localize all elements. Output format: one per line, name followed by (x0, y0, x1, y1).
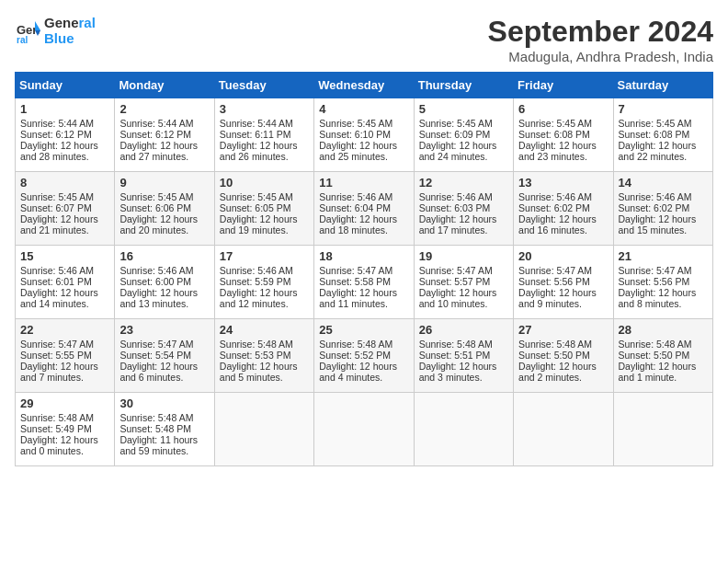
day-number: 21 (619, 249, 708, 263)
logo-text2: Blue (44, 30, 96, 46)
sunset-label: Sunset: 6:07 PM (20, 202, 92, 213)
day-number: 25 (319, 323, 408, 337)
daylight-label: Daylight: 12 hours and 7 minutes. (20, 361, 98, 383)
sunset-label: Sunset: 6:08 PM (619, 129, 690, 140)
sunrise-label: Sunrise: 5:46 AM (419, 191, 493, 202)
calendar-cell: 29 Sunrise: 5:48 AM Sunset: 5:49 PM Dayl… (16, 393, 115, 466)
sunset-label: Sunset: 5:57 PM (419, 276, 491, 287)
sunrise-label: Sunrise: 5:47 AM (619, 265, 692, 276)
calendar-cell (214, 393, 313, 466)
sunrise-label: Sunrise: 5:44 AM (119, 118, 193, 129)
sunrise-label: Sunrise: 5:45 AM (619, 118, 692, 129)
daylight-label: Daylight: 12 hours and 13 minutes. (119, 287, 198, 309)
daylight-label: Daylight: 12 hours and 6 minutes. (119, 361, 198, 383)
calendar-cell: 9 Sunrise: 5:45 AM Sunset: 6:06 PM Dayli… (115, 172, 214, 246)
calendar-cell: 19 Sunrise: 5:47 AM Sunset: 5:57 PM Dayl… (414, 246, 513, 319)
sunrise-label: Sunrise: 5:45 AM (119, 191, 193, 202)
sunrise-label: Sunrise: 5:46 AM (319, 191, 392, 202)
sunrise-label: Sunrise: 5:45 AM (220, 191, 293, 202)
calendar-week-row: 8 Sunrise: 5:45 AM Sunset: 6:07 PM Dayli… (16, 172, 713, 246)
day-number: 30 (119, 396, 209, 410)
daylight-label: Daylight: 12 hours and 25 minutes. (319, 140, 397, 162)
daylight-label: Daylight: 12 hours and 21 minutes. (20, 213, 98, 236)
day-number: 6 (518, 102, 608, 116)
sunset-label: Sunset: 6:09 PM (419, 129, 491, 140)
daylight-label: Daylight: 12 hours and 27 minutes. (119, 140, 198, 162)
day-number: 3 (220, 102, 309, 116)
sunrise-label: Sunrise: 5:48 AM (518, 339, 592, 350)
calendar-cell: 17 Sunrise: 5:46 AM Sunset: 5:59 PM Dayl… (214, 246, 313, 319)
logo-icon: Gene ral (15, 17, 40, 43)
day-number: 5 (419, 102, 508, 116)
day-number: 9 (119, 176, 209, 190)
sunset-label: Sunset: 6:04 PM (319, 202, 391, 213)
sunset-label: Sunset: 5:51 PM (419, 350, 491, 361)
day-number: 24 (220, 323, 309, 337)
calendar-cell: 4 Sunrise: 5:45 AM Sunset: 6:10 PM Dayli… (314, 98, 414, 172)
header-friday: Friday (514, 73, 613, 98)
sunrise-label: Sunrise: 5:44 AM (20, 118, 94, 129)
header-sunday: Sunday (16, 73, 115, 98)
calendar-cell: 15 Sunrise: 5:46 AM Sunset: 6:01 PM Dayl… (16, 246, 115, 319)
sunrise-label: Sunrise: 5:45 AM (20, 191, 94, 202)
calendar-cell: 6 Sunrise: 5:45 AM Sunset: 6:08 PM Dayli… (514, 98, 613, 172)
sunset-label: Sunset: 6:00 PM (119, 276, 191, 287)
calendar-cell: 21 Sunrise: 5:47 AM Sunset: 5:56 PM Dayl… (613, 246, 712, 319)
sunset-label: Sunset: 6:02 PM (518, 202, 590, 213)
day-number: 22 (20, 323, 109, 337)
daylight-label: Daylight: 12 hours and 24 minutes. (419, 140, 497, 162)
sunset-label: Sunset: 5:56 PM (518, 276, 590, 287)
daylight-label: Daylight: 12 hours and 14 minutes. (20, 287, 98, 309)
sunset-label: Sunset: 6:10 PM (319, 129, 391, 140)
header-wednesday: Wednesday (314, 73, 414, 98)
sunrise-label: Sunrise: 5:46 AM (20, 265, 94, 276)
sunset-label: Sunset: 5:54 PM (119, 350, 191, 361)
calendar-cell: 2 Sunrise: 5:44 AM Sunset: 6:12 PM Dayli… (115, 98, 214, 172)
daylight-label: Daylight: 12 hours and 12 minutes. (220, 287, 298, 309)
calendar-week-row: 22 Sunrise: 5:47 AM Sunset: 5:55 PM Dayl… (16, 319, 713, 393)
day-number: 15 (20, 249, 109, 263)
day-number: 2 (119, 102, 209, 116)
day-number: 28 (619, 323, 708, 337)
daylight-label: Daylight: 12 hours and 15 minutes. (619, 213, 697, 236)
calendar-cell: 22 Sunrise: 5:47 AM Sunset: 5:55 PM Dayl… (16, 319, 115, 393)
month-title: September 2024 (488, 15, 713, 49)
day-number: 10 (220, 176, 309, 190)
day-number: 16 (119, 249, 209, 263)
svg-text:ral: ral (17, 35, 28, 43)
day-number: 12 (419, 176, 508, 190)
calendar-cell: 18 Sunrise: 5:47 AM Sunset: 5:58 PM Dayl… (314, 246, 414, 319)
sunrise-label: Sunrise: 5:46 AM (119, 265, 193, 276)
sunrise-label: Sunrise: 5:47 AM (20, 339, 94, 350)
day-number: 29 (20, 396, 109, 410)
day-number: 20 (518, 249, 608, 263)
daylight-label: Daylight: 11 hours and 59 minutes. (119, 434, 198, 456)
sunrise-label: Sunrise: 5:46 AM (220, 265, 293, 276)
day-number: 17 (220, 249, 309, 263)
calendar-cell (314, 393, 414, 466)
day-number: 1 (20, 102, 109, 116)
calendar-cell: 24 Sunrise: 5:48 AM Sunset: 5:53 PM Dayl… (214, 319, 313, 393)
calendar-cell (414, 393, 513, 466)
day-number: 4 (319, 102, 408, 116)
daylight-label: Daylight: 12 hours and 1 minute. (619, 361, 697, 383)
calendar-cell (613, 393, 712, 466)
header-tuesday: Tuesday (214, 73, 313, 98)
page-header: Gene ral General Blue September 2024 Mad… (15, 15, 713, 64)
sunset-label: Sunset: 5:50 PM (619, 350, 690, 361)
calendar-cell: 10 Sunrise: 5:45 AM Sunset: 6:05 PM Dayl… (214, 172, 313, 246)
daylight-label: Daylight: 12 hours and 16 minutes. (518, 213, 597, 236)
daylight-label: Daylight: 12 hours and 3 minutes. (419, 361, 497, 383)
sunset-label: Sunset: 5:49 PM (20, 423, 92, 434)
daylight-label: Daylight: 12 hours and 2 minutes. (518, 361, 597, 383)
daylight-label: Daylight: 12 hours and 18 minutes. (319, 213, 397, 236)
daylight-label: Daylight: 12 hours and 26 minutes. (220, 140, 298, 162)
title-block: September 2024 Madugula, Andhra Pradesh,… (488, 15, 713, 64)
daylight-label: Daylight: 12 hours and 11 minutes. (319, 287, 397, 309)
sunset-label: Sunset: 5:55 PM (20, 350, 92, 361)
calendar-cell: 28 Sunrise: 5:48 AM Sunset: 5:50 PM Dayl… (613, 319, 712, 393)
sunset-label: Sunset: 5:50 PM (518, 350, 590, 361)
logo-text: General (44, 15, 96, 30)
sunrise-label: Sunrise: 5:45 AM (319, 118, 392, 129)
calendar-table: Sunday Monday Tuesday Wednesday Thursday… (15, 72, 713, 466)
